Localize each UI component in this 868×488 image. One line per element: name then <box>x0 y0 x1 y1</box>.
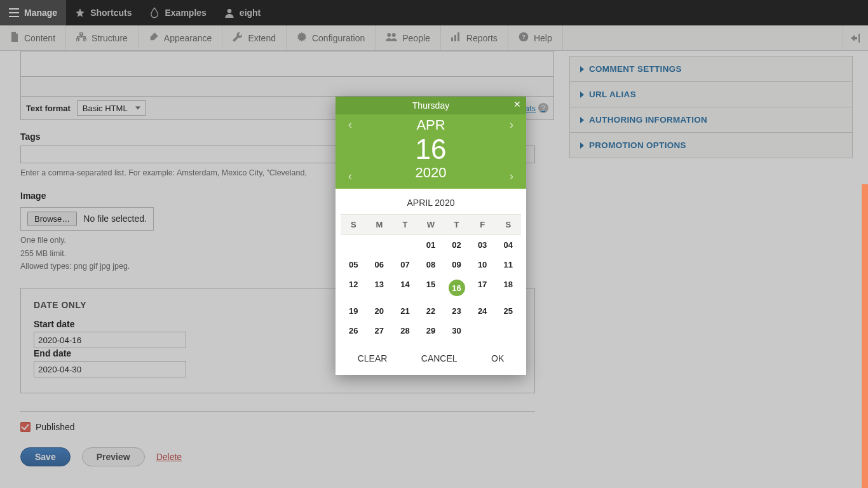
datepicker-day: 16 <box>416 135 447 163</box>
datepicker-day-cell[interactable]: 12 <box>341 274 367 301</box>
datepicker-empty-cell <box>367 235 393 255</box>
datepicker-day-cell[interactable]: 30 <box>444 321 470 341</box>
datepicker-day-cell[interactable]: 04 <box>495 235 521 255</box>
datepicker-close-icon[interactable]: ✕ <box>513 99 521 109</box>
datepicker-empty-cell <box>392 235 418 255</box>
datepicker-day-cell[interactable]: 07 <box>392 255 418 274</box>
datepicker-day-cell[interactable]: 26 <box>341 321 367 341</box>
datepicker-day-cell[interactable]: 21 <box>392 301 418 321</box>
datepicker-day-cell[interactable]: 16 <box>444 274 470 301</box>
datepicker-day-cell[interactable]: 18 <box>495 274 521 301</box>
datepicker-dow: T <box>444 214 470 235</box>
datepicker-year: 2020 <box>416 165 447 187</box>
datepicker-day-cell[interactable]: 06 <box>367 255 393 274</box>
datepicker-weekday: Thursday ✕ <box>336 97 526 114</box>
datepicker-day-cell[interactable]: 27 <box>367 321 393 341</box>
datepicker-header: Thursday ✕ ‹ APR › 16 ‹ 2020 › <box>336 97 526 189</box>
datepicker-day-cell[interactable]: 11 <box>495 255 521 274</box>
datepicker-day-cell[interactable]: 24 <box>470 301 496 321</box>
datepicker-actions: CLEAR CANCEL OK <box>336 346 526 375</box>
datepicker-day-cell[interactable]: 03 <box>470 235 496 255</box>
accent-strip <box>862 184 868 488</box>
datepicker-day-cell[interactable]: 20 <box>367 301 393 321</box>
datepicker-day-cell[interactable]: 28 <box>392 321 418 341</box>
prev-year-button[interactable]: ‹ <box>344 167 356 186</box>
datepicker-day-cell[interactable]: 08 <box>418 255 444 274</box>
datepicker-modal: Thursday ✕ ‹ APR › 16 ‹ 2020 › APRIL 202… <box>336 97 526 375</box>
datepicker-day-cell[interactable]: 09 <box>444 255 470 274</box>
datepicker-dow: W <box>418 214 444 235</box>
datepicker-dow: S <box>495 214 521 235</box>
datepicker-dow: S <box>341 214 367 235</box>
datepicker-cancel-button[interactable]: CANCEL <box>421 353 458 363</box>
datepicker-ok-button[interactable]: OK <box>491 353 504 363</box>
prev-month-button[interactable]: ‹ <box>344 116 356 134</box>
datepicker-day-cell[interactable]: 01 <box>418 235 444 255</box>
datepicker-day-cell[interactable]: 14 <box>392 274 418 301</box>
datepicker-title: APRIL 2020 <box>336 189 526 214</box>
datepicker-day-cell[interactable]: 29 <box>418 321 444 341</box>
datepicker-day-cell[interactable]: 23 <box>444 301 470 321</box>
datepicker-day-cell[interactable]: 15 <box>418 274 444 301</box>
datepicker-day-cell[interactable]: 02 <box>444 235 470 255</box>
datepicker-day-cell[interactable]: 17 <box>470 274 496 301</box>
datepicker-day-cell[interactable]: 05 <box>341 255 367 274</box>
datepicker-month: APR <box>416 117 445 133</box>
datepicker-weekday-label: Thursday <box>412 100 449 111</box>
datepicker-dow: T <box>392 214 418 235</box>
datepicker-day-cell[interactable]: 22 <box>418 301 444 321</box>
datepicker-day-cell[interactable]: 19 <box>341 301 367 321</box>
datepicker-grid: SMTWTFS010203040506070809101112131415161… <box>336 214 526 346</box>
datepicker-day-cell[interactable]: 25 <box>495 301 521 321</box>
datepicker-day-cell[interactable]: 10 <box>470 255 496 274</box>
datepicker-day-cell[interactable]: 13 <box>367 274 393 301</box>
datepicker-dow: F <box>470 214 496 235</box>
datepicker-clear-button[interactable]: CLEAR <box>358 353 388 363</box>
next-year-button[interactable]: › <box>506 167 517 186</box>
datepicker-empty-cell <box>341 235 367 255</box>
datepicker-dow: M <box>367 214 393 235</box>
next-month-button[interactable]: › <box>506 116 517 134</box>
